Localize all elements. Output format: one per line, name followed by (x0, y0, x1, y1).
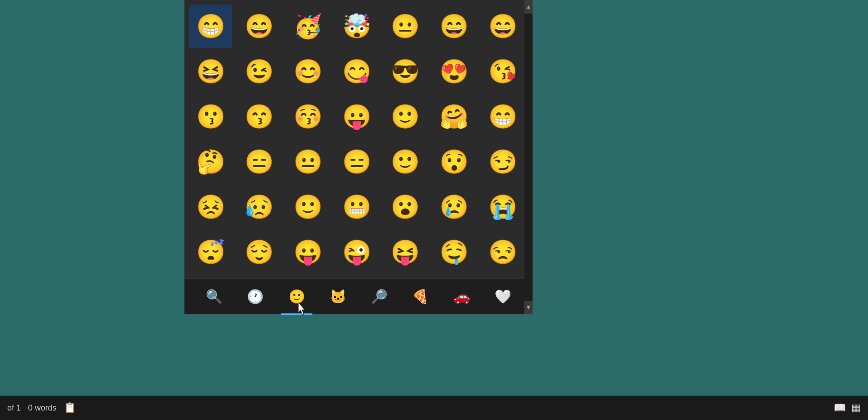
emoji-cell[interactable]: 😗 (189, 95, 232, 138)
emoji-cell[interactable]: 😍 (433, 50, 476, 93)
emoji-cell[interactable]: 🙂 (286, 185, 330, 229)
emoji-cell[interactable]: 😑 (238, 140, 281, 183)
emoji-picker: ▲ ▼ 😁 😄 🥳 🤯 😐 😄 😄 😆 😉 😊 😋 😎 😍 😘 😗 😙 😚 (184, 0, 533, 314)
emoji-cell[interactable]: 😣 (189, 185, 232, 229)
emoji-cell[interactable]: 🤗 (433, 95, 476, 138)
category-recent[interactable]: 🕐 (240, 283, 271, 310)
emoji-cell[interactable]: 😙 (238, 95, 281, 138)
emoji-cell[interactable]: 😛 (286, 230, 330, 274)
emoji-cell[interactable]: 😁 (189, 5, 232, 48)
emoji-cell[interactable]: 😎 (384, 50, 427, 93)
emoji-cell[interactable]: 😘 (481, 50, 524, 93)
category-smileys[interactable]: 🙂 (281, 283, 312, 310)
emoji-cell[interactable]: 😢 (433, 185, 476, 229)
status-bar: of 1 0 words 📋 📖 ▦ (0, 396, 868, 420)
category-bar: 🔍 🕐 🙂 🐱 🔎 🍕 🚗 🤍 (184, 278, 533, 314)
emoji-cell[interactable]: 🥳 (286, 5, 330, 48)
emoji-cell[interactable]: 🤤 (433, 230, 476, 274)
emoji-cell[interactable]: 😄 (433, 5, 476, 48)
grid-icon[interactable]: ▦ (851, 402, 861, 414)
emoji-cell[interactable]: 😥 (238, 185, 281, 229)
emoji-cell[interactable]: 😒 (481, 230, 524, 274)
category-people[interactable]: 🐱 (322, 283, 354, 310)
emoji-cell[interactable]: 😄 (481, 5, 524, 48)
emoji-cell[interactable]: 😭 (481, 185, 524, 229)
emoji-cell[interactable]: 😬 (335, 185, 378, 229)
emoji-cell[interactable]: 😑 (335, 140, 378, 183)
emoji-grid-wrapper: 😁 😄 🥳 🤯 😐 😄 😄 😆 😉 😊 😋 😎 😍 😘 😗 😙 😚 😛 🙂 🤗 … (184, 0, 533, 278)
category-nature[interactable]: 🔎 (363, 283, 395, 310)
category-search[interactable]: 🔍 (198, 283, 230, 310)
emoji-cell[interactable]: 🙂 (384, 95, 427, 138)
category-food[interactable]: 🍕 (405, 283, 436, 310)
emoji-cell[interactable]: 🙂 (384, 140, 427, 183)
emoji-cell[interactable]: 😜 (335, 230, 378, 274)
word-count: 0 words (28, 403, 57, 413)
emoji-cell[interactable]: 😐 (384, 5, 427, 48)
emoji-cell[interactable]: 😮 (384, 185, 427, 229)
emoji-grid: 😁 😄 🥳 🤯 😐 😄 😄 😆 😉 😊 😋 😎 😍 😘 😗 😙 😚 😛 🙂 🤗 … (189, 5, 528, 274)
emoji-cell[interactable]: 😆 (189, 50, 232, 93)
category-heart[interactable]: 🤍 (487, 283, 519, 310)
emoji-cell[interactable]: 🤔 (189, 140, 232, 183)
emoji-cell[interactable]: 😝 (384, 230, 427, 274)
emoji-cell[interactable]: 😐 (286, 140, 330, 183)
category-travel[interactable]: 🚗 (446, 283, 477, 310)
page-info: of 1 (7, 403, 21, 413)
emoji-cell[interactable]: 😄 (238, 5, 281, 48)
emoji-cell[interactable]: 😏 (481, 140, 524, 183)
emoji-cell[interactable]: 😊 (286, 50, 330, 93)
emoji-cell[interactable]: 🤯 (335, 5, 378, 48)
book-icon[interactable]: 📖 (834, 402, 846, 414)
emoji-cell[interactable]: 😋 (335, 50, 378, 93)
emoji-cell[interactable]: 😛 (335, 95, 378, 138)
document-check-icon: 📋 (64, 402, 76, 414)
emoji-cell[interactable]: 😉 (238, 50, 281, 93)
emoji-cell[interactable]: 😚 (286, 95, 330, 138)
emoji-cell[interactable]: 😴 (189, 230, 232, 274)
emoji-cell[interactable]: 😯 (433, 140, 476, 183)
status-icons-right: 📖 ▦ (834, 402, 861, 414)
status-text: of 1 0 words 📋 (7, 402, 76, 414)
emoji-cell[interactable]: 😌 (238, 230, 281, 274)
scrollbar-down-button[interactable]: ▼ (524, 301, 533, 314)
emoji-cell[interactable]: 😁 (481, 95, 524, 138)
